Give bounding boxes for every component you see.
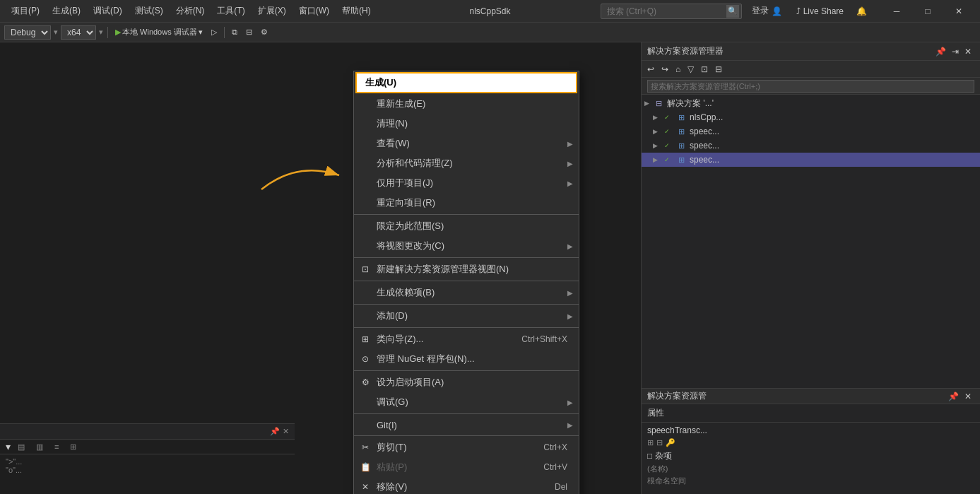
ctx-sep-8 (354, 435, 579, 436)
props-toolbar-btn-2[interactable]: ⊟ (656, 438, 663, 447)
login-label: 登录 (752, 5, 769, 17)
tree-project-2[interactable]: ▶ ✓ ⊞ speec... (642, 124, 980, 139)
menu-help[interactable]: 帮助(H) (336, 2, 377, 20)
ctx-item-scope[interactable]: 限定为此范围(S) (354, 216, 579, 236)
ctx-item-analyze[interactable]: 分析和代码清理(Z) ▶ (354, 153, 579, 173)
props-toolbar-btn-3[interactable]: 🔑 (666, 438, 675, 447)
ctx-item-project-only[interactable]: 仅用于项目(J) ▶ (354, 173, 579, 193)
ctx-item-build-deps[interactable]: 生成依赖项(B) ▶ (354, 283, 579, 302)
menu-test[interactable]: 测试(S) (129, 2, 169, 20)
menu-debug[interactable]: 调试(D) (88, 2, 128, 20)
props-toolbar-btn-1[interactable]: ⊞ (647, 438, 654, 447)
proj2-arrow: ▶ (653, 128, 661, 135)
toolbar-btn-1[interactable]: ⧉ (229, 25, 240, 40)
props-pin-button[interactable]: 📌 (945, 390, 962, 403)
login-area[interactable]: 登录 👤 (748, 4, 786, 18)
ctx-item-git[interactable]: Git(I) ▶ (354, 416, 579, 434)
sol-toolbar-btn-1[interactable]: ↩ (644, 63, 657, 76)
sol-toolbar-collapse[interactable]: ⊟ (712, 63, 725, 76)
solution-explorer-title: 解决方案资源管理器 (647, 45, 933, 57)
sol-toolbar-preview[interactable]: ⊡ (698, 63, 711, 76)
proj2-icon: ⊞ (675, 126, 687, 137)
search-input[interactable] (601, 4, 742, 19)
sol-toolbar-home[interactable]: ⌂ (673, 63, 683, 76)
liveshare-button[interactable]: ⤴ Live Share (792, 5, 848, 18)
tree-area: ▶ ⊟ 解决方案 '...' ▶ ✓ ⊞ nlsCpp... ▶ ✓ ⊞ spe… (642, 95, 980, 388)
ctx-item-retarget[interactable]: 重定向项目(R) (354, 193, 579, 213)
run-label: 本地 Windows 调试器 (122, 27, 197, 37)
ctx-item-add[interactable]: 添加(D) ▶ (354, 306, 579, 326)
tree-solution[interactable]: ▶ ⊟ 解决方案 '...' (642, 96, 980, 110)
solution-explorer: 解决方案资源管理器 📌 ⇥ ✕ ↩ ↪ ⌂ ▽ ⊡ ⊟ ▶ ⊟ (642, 42, 980, 388)
sep-1 (107, 27, 108, 38)
ctx-debug-menu-label: 调试(G) (377, 396, 408, 408)
tree-project-3[interactable]: ▶ ✓ ⊞ speec... (642, 139, 980, 153)
minimize-button[interactable]: ─ (881, 0, 912, 23)
ctx-item-cut[interactable]: ✂ 剪切(T) Ctrl+X (354, 437, 579, 457)
tree-project-4[interactable]: ▶ ✓ ⊞ speec... (642, 153, 980, 167)
ctx-item-clean[interactable]: 清理(N) (354, 114, 579, 134)
platform-select[interactable]: x64 (61, 25, 96, 40)
menu-build[interactable]: 生成(B) (47, 2, 86, 20)
solution-pin-button[interactable]: 📌 (933, 45, 949, 58)
notifications-icon[interactable]: 🔔 (854, 5, 870, 18)
ctx-item-rebuild[interactable]: 重新生成(E) (354, 94, 579, 114)
output-btn-2[interactable]: ▥ (32, 441, 47, 452)
output-btn-4[interactable]: ⊞ (66, 441, 81, 452)
run-icon: ▶ (115, 28, 121, 37)
solution-search-input[interactable] (647, 80, 974, 93)
menu-tools[interactable]: 工具(T) (211, 2, 250, 20)
output-panel: 📌 ✕ ▾ ▤ ▥ ≡ ⊞ ">"... "o"... (0, 423, 295, 494)
output-line-2: "o"... (6, 466, 289, 474)
ctx-item-build[interactable]: 生成(U) (355, 72, 577, 93)
props-name-row: (名称) (647, 464, 974, 474)
menu-analyze[interactable]: 分析(N) (170, 2, 211, 20)
proj3-check: ✓ (661, 140, 673, 151)
output-dropdown[interactable]: ▾ (6, 441, 11, 452)
close-button[interactable]: ✕ (943, 0, 974, 23)
ctx-git-label: Git(I) (377, 420, 397, 430)
debug-config-select[interactable]: Debug (4, 25, 51, 40)
ctx-item-debug-menu[interactable]: 调试(G) ▶ (354, 392, 579, 412)
ctx-paste-shortcut: Ctrl+V (543, 462, 567, 472)
ctx-debug-menu-arrow: ▶ (567, 399, 573, 406)
ctx-sep-7 (354, 413, 579, 414)
menu-extensions[interactable]: 扩展(X) (252, 2, 292, 20)
ctx-item-new-view[interactable]: ⊡ 新建解决方案资源管理器视图(N) (354, 259, 579, 279)
proj2-label: speec... (690, 127, 719, 136)
restore-button[interactable]: □ (912, 0, 943, 23)
proj4-icon: ⊞ (675, 154, 687, 165)
solution-icon: ⊟ (653, 98, 664, 109)
solution-close-button[interactable]: ✕ (962, 45, 974, 58)
ctx-item-remove[interactable]: ✕ 移除(V) Del (354, 477, 579, 494)
output-pin-button[interactable]: 📌 (270, 427, 280, 436)
run-dropdown: ▾ (199, 28, 203, 37)
sol-toolbar-btn-2[interactable]: ↪ (659, 63, 671, 76)
ctx-item-startup[interactable]: ⚙ 设为启动项目(A) (354, 372, 579, 392)
output-close-button[interactable]: ✕ (283, 427, 289, 436)
ctx-item-nuget[interactable]: ⊙ 管理 NuGet 程序包(N)... (354, 349, 579, 369)
props-close-button[interactable]: ✕ (962, 390, 974, 403)
sol-toolbar-filter[interactable]: ▽ (685, 63, 697, 76)
search-button[interactable]: 🔍 (726, 5, 739, 18)
properties-panel: 解决方案资源管 📌 ✕ 属性 speechTransc... ⊞ ⊟ 🔑 □ 杂… (642, 388, 980, 494)
ctx-clean-label: 清理(N) (377, 117, 408, 130)
output-btn-1[interactable]: ▤ (13, 441, 29, 452)
proj1-check: ✓ (661, 112, 673, 123)
ctx-item-view[interactable]: 查看(W) ▶ (354, 134, 579, 153)
run-button[interactable]: ▶ 本地 Windows 调试器 ▾ (112, 25, 206, 40)
tree-project-1[interactable]: ▶ ✓ ⊞ nlsCpp... (642, 110, 980, 124)
ctx-class-wizard-icon: ⊞ (360, 334, 371, 344)
solution-pin2-button[interactable]: ⇥ (949, 45, 962, 58)
ctx-remove-label: 移除(V) (377, 481, 407, 493)
ctx-item-class-wizard[interactable]: ⊞ 类向导(Z)... Ctrl+Shift+X (354, 329, 579, 349)
ctx-analyze-arrow: ▶ (567, 160, 573, 167)
menu-window[interactable]: 窗口(W) (293, 2, 335, 20)
run-without-debug[interactable]: ▷ (208, 25, 220, 40)
app-title: nlsCppSdk (469, 6, 510, 16)
output-btn-3[interactable]: ≡ (50, 441, 63, 452)
toolbar-btn-3[interactable]: ⚙ (258, 25, 271, 40)
ctx-item-change-view[interactable]: 将视图更改为(C) ▶ (354, 236, 579, 256)
menu-project[interactable]: 项目(P) (6, 2, 45, 20)
toolbar-btn-2[interactable]: ⊟ (243, 25, 255, 40)
